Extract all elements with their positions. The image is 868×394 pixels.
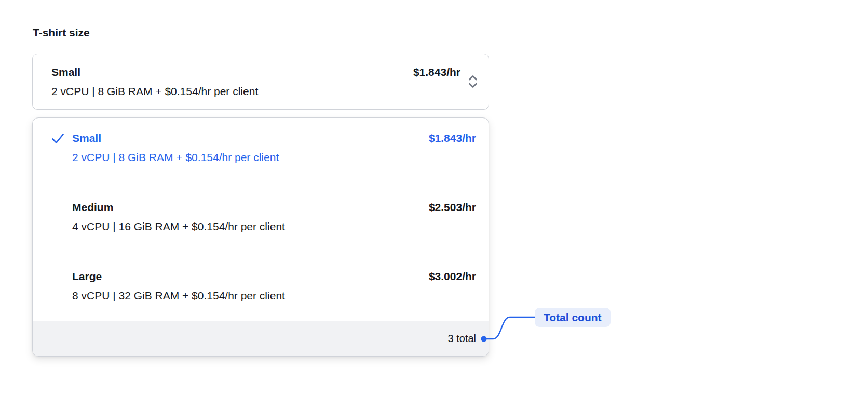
listbox-option-medium[interactable]: Medium $2.503/hr 4 vCPU | 16 GiB RAM + $…	[33, 182, 489, 252]
option-name: Large	[72, 269, 102, 284]
tshirt-size-select[interactable]: Small $1.843/hr 2 vCPU | 8 GiB RAM + $0.…	[32, 54, 489, 110]
option-price: $1.843/hr	[429, 131, 476, 146]
option-name: Small	[72, 131, 101, 146]
option-description: 4 vCPU | 16 GiB RAM + $0.154/hr per clie…	[72, 219, 476, 234]
annotation-connector-line	[481, 311, 538, 344]
check-icon	[45, 200, 72, 234]
page: T-shirt size Small $1.843/hr 2 vCPU | 8 …	[0, 0, 868, 394]
option-description: 2 vCPU | 8 GiB RAM + $0.154/hr per clien…	[72, 150, 476, 165]
total-count-label: 3 total	[448, 333, 476, 345]
tshirt-size-listbox: Small $1.843/hr 2 vCPU | 8 GiB RAM + $0.…	[32, 117, 489, 357]
selected-option-price: $1.843/hr	[413, 65, 460, 80]
listbox-option-large[interactable]: Large $3.002/hr 8 vCPU | 32 GiB RAM + $0…	[33, 252, 489, 321]
option-price: $2.503/hr	[429, 200, 476, 215]
check-icon	[45, 131, 72, 165]
listbox-footer: 3 total Total count	[33, 321, 489, 356]
selected-option-description: 2 vCPU | 8 GiB RAM + $0.154/hr per clien…	[51, 84, 460, 99]
option-price: $3.002/hr	[429, 269, 476, 284]
option-name: Medium	[72, 200, 113, 215]
selected-option-summary: Small $1.843/hr 2 vCPU | 8 GiB RAM + $0.…	[51, 65, 460, 99]
listbox-option-small[interactable]: Small $1.843/hr 2 vCPU | 8 GiB RAM + $0.…	[33, 118, 489, 182]
chevron-up-down-icon	[468, 74, 478, 89]
field-label: T-shirt size	[33, 26, 90, 40]
annotation-total-count: Total count	[481, 311, 538, 344]
option-description: 8 vCPU | 32 GiB RAM + $0.154/hr per clie…	[72, 288, 476, 303]
connector-dot-icon	[481, 336, 487, 342]
selected-option-name: Small	[51, 65, 80, 80]
annotation-label: Total count	[535, 308, 611, 327]
check-icon	[45, 269, 72, 303]
